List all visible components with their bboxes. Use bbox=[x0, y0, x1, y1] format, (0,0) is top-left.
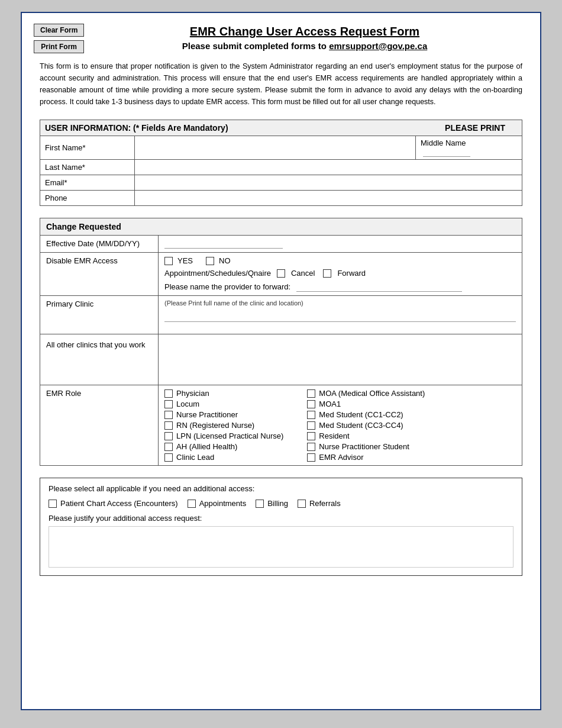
billing-checkbox[interactable] bbox=[256, 500, 264, 508]
emr-role-right-options: MOA (Medical Office Assistant) MOA1 Med … bbox=[307, 389, 425, 462]
emr-role-cell: Physician Locum Nurse Practitioner bbox=[159, 385, 522, 466]
appointments-checkbox[interactable] bbox=[188, 500, 196, 508]
effective-date-input[interactable] bbox=[164, 239, 283, 249]
user-info-header: USER INFORMATION: (* Fields Are Mandator… bbox=[45, 123, 228, 133]
appt-label: Appointment/Schedules/Qnaire bbox=[164, 269, 271, 278]
role-resident: Resident bbox=[307, 431, 425, 440]
emr-role-left-options: Physician Locum Nurse Practitioner bbox=[164, 389, 283, 462]
access-billing: Billing bbox=[256, 499, 288, 508]
phone-label: Phone bbox=[40, 191, 135, 206]
med-cc3-checkbox[interactable] bbox=[307, 421, 315, 430]
other-clinics-cell bbox=[159, 334, 522, 385]
other-clinics-label: All other clinics that you work bbox=[40, 334, 159, 385]
main-title: EMR Change User Access Request Form bbox=[87, 25, 522, 38]
disable-emr-options-cell: YES NO Appointment/Schedules/Qnaire Canc… bbox=[159, 253, 522, 296]
moa-checkbox[interactable] bbox=[307, 389, 315, 398]
np-checkbox[interactable] bbox=[164, 411, 173, 419]
appointments-label: Appointments bbox=[199, 499, 247, 508]
please-print-label: PLEASE PRINT bbox=[445, 123, 517, 133]
forward-checkbox[interactable] bbox=[323, 269, 331, 278]
locum-checkbox[interactable] bbox=[164, 400, 173, 408]
disable-emr-label: Disable EMR Access bbox=[40, 253, 159, 296]
access-appointments: Appointments bbox=[188, 499, 247, 508]
no-label: NO bbox=[219, 256, 231, 265]
form-page: Clear Form Print Form EMR Change User Ac… bbox=[21, 12, 541, 710]
email-label: Email* bbox=[40, 175, 135, 191]
role-clinic-lead: Clinic Lead bbox=[164, 453, 283, 462]
role-lpn: LPN (Licensed Practical Nurse) bbox=[164, 431, 283, 440]
top-buttons: Clear Form Print Form bbox=[34, 24, 84, 53]
change-header: Change Requested bbox=[40, 218, 522, 236]
additional-access-items: Patient Chart Access (Encounters) Appoin… bbox=[49, 499, 513, 508]
email-input-cell bbox=[135, 175, 522, 191]
access-encounters: Patient Chart Access (Encounters) bbox=[49, 499, 178, 508]
middle-name-input[interactable] bbox=[423, 147, 470, 157]
primary-clinic-label: Primary Clinic bbox=[40, 296, 159, 334]
referrals-label: Referrals bbox=[309, 499, 341, 508]
last-name-input[interactable] bbox=[140, 163, 517, 172]
sub-title: Please submit completed forms to emrsupp… bbox=[87, 41, 522, 51]
no-checkbox[interactable] bbox=[206, 257, 214, 265]
clear-form-button[interactable]: Clear Form bbox=[34, 24, 84, 37]
clinic-lead-checkbox[interactable] bbox=[164, 453, 173, 462]
role-nps: Nurse Practitioner Student bbox=[307, 442, 425, 451]
role-nurse-practitioner: Nurse Practitioner bbox=[164, 410, 283, 419]
yes-checkbox[interactable] bbox=[164, 257, 173, 265]
select-label: Please select all applicable if you need… bbox=[49, 484, 513, 493]
user-info-table: USER INFORMATION: (* Fields Are Mandator… bbox=[40, 120, 522, 206]
lpn-checkbox[interactable] bbox=[164, 432, 173, 440]
cancel-label: Cancel bbox=[291, 269, 315, 278]
forward-label: Forward bbox=[337, 269, 366, 278]
role-med-cc3: Med Student (CC3-CC4) bbox=[307, 421, 425, 430]
primary-clinic-cell: (Please Print full name of the clinic an… bbox=[159, 296, 522, 334]
email-input[interactable] bbox=[140, 178, 517, 187]
phone-input[interactable] bbox=[140, 194, 517, 202]
email-link[interactable]: emrsupport@gov.pe.ca bbox=[329, 41, 427, 51]
emr-role-label: EMR Role bbox=[40, 385, 159, 466]
ah-checkbox[interactable] bbox=[164, 443, 173, 451]
change-requested-table: Change Requested Effective Date (MM/DD/Y… bbox=[40, 218, 522, 466]
moa1-checkbox[interactable] bbox=[307, 400, 315, 408]
resident-checkbox[interactable] bbox=[307, 432, 315, 440]
encounters-checkbox[interactable] bbox=[49, 500, 57, 508]
role-physician: Physician bbox=[164, 389, 283, 398]
first-name-label: First Name* bbox=[40, 136, 135, 160]
additional-access-section: Please select all applicable if you need… bbox=[40, 478, 522, 576]
first-name-input-cell bbox=[135, 136, 416, 160]
role-emr-advisor: EMR Advisor bbox=[307, 453, 425, 462]
print-form-button[interactable]: Print Form bbox=[34, 40, 84, 53]
referrals-checkbox[interactable] bbox=[298, 500, 306, 508]
clinic-note: (Please Print full name of the clinic an… bbox=[164, 299, 516, 307]
role-rn: RN (Registered Nurse) bbox=[164, 421, 283, 430]
primary-clinic-input[interactable] bbox=[164, 313, 516, 322]
first-name-input[interactable] bbox=[140, 143, 411, 152]
med-cc1-checkbox[interactable] bbox=[307, 411, 315, 419]
effective-date-label: Effective Date (MM/DD/YY) bbox=[40, 236, 159, 253]
billing-label: Billing bbox=[267, 499, 288, 508]
nps-checkbox[interactable] bbox=[307, 443, 315, 451]
provider-forward-input[interactable] bbox=[296, 282, 462, 292]
rn-checkbox[interactable] bbox=[164, 421, 173, 430]
phone-input-cell bbox=[135, 191, 522, 206]
header-section: EMR Change User Access Request Form Plea… bbox=[87, 25, 522, 51]
role-moa: MOA (Medical Office Assistant) bbox=[307, 389, 425, 398]
role-moa1: MOA1 bbox=[307, 400, 425, 408]
emr-advisor-checkbox[interactable] bbox=[307, 453, 315, 462]
other-clinics-input[interactable] bbox=[164, 338, 516, 379]
effective-date-input-cell bbox=[159, 236, 522, 253]
middle-name-label: Middle Name bbox=[421, 138, 466, 147]
role-med-cc1: Med Student (CC1-CC2) bbox=[307, 410, 425, 419]
encounters-label: Patient Chart Access (Encounters) bbox=[60, 499, 178, 508]
role-locum: Locum bbox=[164, 400, 283, 408]
cancel-checkbox[interactable] bbox=[277, 269, 285, 278]
access-referrals: Referrals bbox=[298, 499, 341, 508]
last-name-input-cell bbox=[135, 160, 522, 175]
description-text: This form is to ensure that proper notif… bbox=[40, 60, 522, 108]
yes-label: YES bbox=[177, 256, 193, 265]
justify-input[interactable] bbox=[49, 526, 513, 568]
justify-label: Please justify your additional access re… bbox=[49, 514, 513, 523]
last-name-label: Last Name* bbox=[40, 160, 135, 175]
physician-checkbox[interactable] bbox=[164, 389, 173, 398]
provider-forward-label: Please name the provider to forward: bbox=[164, 282, 290, 291]
role-ah: AH (Allied Health) bbox=[164, 442, 283, 451]
